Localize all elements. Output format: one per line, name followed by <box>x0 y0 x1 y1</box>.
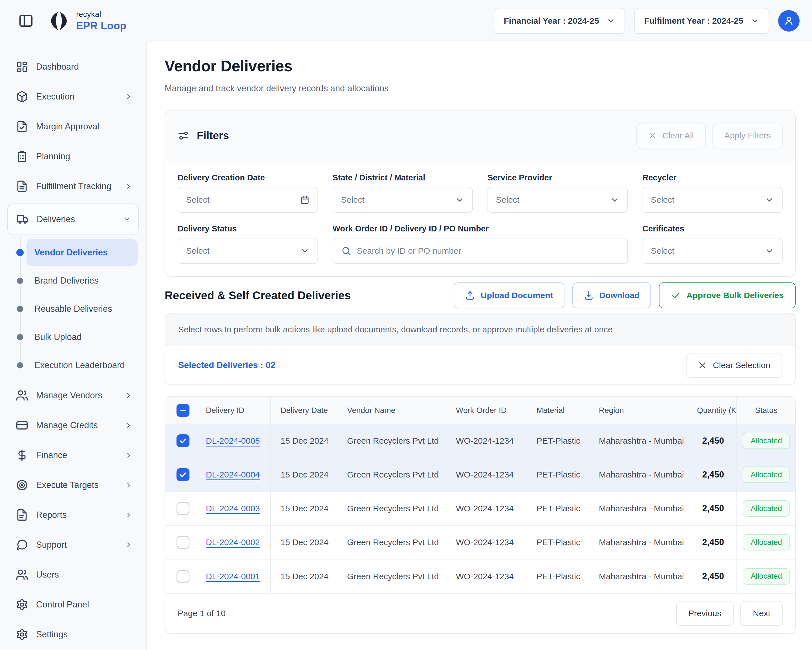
sidebar-item-label: Deliveries <box>37 214 75 224</box>
deliveries-table: Delivery ID Delivery Date Vendor Name Wo… <box>165 397 796 593</box>
message-icon <box>16 539 28 551</box>
sidebar-subitem-label: Reusable Deliveries <box>34 304 112 314</box>
previous-page-button[interactable]: Previous <box>676 601 734 626</box>
status-badge: Allocated <box>743 433 790 449</box>
table-row: DL-2024-0001 15 Dec 2024 Green Recyclers… <box>165 559 796 593</box>
sidebar-item-support[interactable]: Support <box>0 530 146 560</box>
page-indicator: Page 1 of 10 <box>178 609 226 618</box>
sidebar-item-planning[interactable]: Planning <box>0 142 146 171</box>
filter-delivery-status: Delivery Status Select <box>178 224 318 264</box>
delivery-id-link[interactable]: DL-2024-0002 <box>206 537 260 547</box>
sidebar-item-margin-approval[interactable]: Margin Approval <box>0 111 146 142</box>
sidebar-subitem-label: Execution Leaderboard <box>34 360 125 371</box>
sidebar-item-vendor-deliveries[interactable]: Vendor Deliveries <box>0 238 146 267</box>
apply-filters-button[interactable]: Apply Filters <box>713 123 783 148</box>
sidebar-item-deliveries[interactable]: Deliveries <box>8 204 138 235</box>
table-row: DL-2024-0005 15 Dec 2024 Green Recyclers… <box>165 424 796 458</box>
sidebar-toggle-icon[interactable] <box>18 13 34 29</box>
fulfilment-year-dropdown[interactable]: Fulfilment Year : 2024-25 <box>634 8 769 34</box>
sidebar-item-users[interactable]: Users <box>0 560 146 590</box>
next-page-button[interactable]: Next <box>740 601 783 626</box>
delivery-creation-date-select[interactable]: Select <box>178 187 318 213</box>
approve-bulk-deliveries-button[interactable]: Approve Bulk Deliveries <box>659 282 796 308</box>
search-icon <box>341 246 351 256</box>
work-order-id-cell: WO-2024-1234 <box>446 525 527 559</box>
brand-product: EPR Loop <box>76 20 126 32</box>
sidebar-item-dashboard[interactable]: Dashboard <box>0 52 146 82</box>
sidebar-item-fulfillment-tracking[interactable]: Fulfillment Tracking <box>0 171 146 201</box>
clear-all-button[interactable]: Clear All <box>636 123 706 148</box>
sidebar-item-reusable-deliveries[interactable]: Reusable Deliveries <box>0 295 146 323</box>
select-value: Select <box>186 195 209 204</box>
download-button[interactable]: Download <box>572 282 651 308</box>
clear-selection-button[interactable]: Clear Selection <box>686 353 782 378</box>
material-cell: PET-Plastic <box>527 458 589 491</box>
delivery-id-link[interactable]: DL-2024-0003 <box>206 504 260 513</box>
column-header-status: Status <box>737 397 796 424</box>
vendor-name-cell: Green Recyclers Pvt Ltd <box>337 458 446 491</box>
row-checkbox[interactable] <box>177 502 189 515</box>
sidebar-item-label: Dashboard <box>36 62 79 72</box>
certificates-select[interactable]: Select <box>643 238 783 264</box>
state-district-material-select[interactable]: Select <box>333 187 473 213</box>
apply-filters-label: Apply Filters <box>724 131 771 140</box>
sidebar-item-execute-targets[interactable]: Execute Targets <box>0 470 146 500</box>
sidebar-item-finance[interactable]: Finance <box>0 440 146 470</box>
sidebar-item-label: Users <box>36 570 59 580</box>
calendar-icon <box>300 195 310 204</box>
sidebar-item-manage-vendors[interactable]: Manage Vendors <box>0 380 146 410</box>
column-header-region: Region <box>589 397 690 424</box>
download-icon <box>584 290 594 301</box>
file-text-icon <box>16 180 28 192</box>
sidebar-item-bulk-upload[interactable]: Bulk Upload <box>0 323 146 351</box>
quantity-cell: 2,450 <box>690 491 737 525</box>
filter-state-district-material: State / District / Material Select <box>333 173 473 213</box>
chevron-down-icon <box>765 195 774 204</box>
check-icon <box>179 436 187 445</box>
upload-document-label: Upload Document <box>481 291 553 300</box>
status-badge: Allocated <box>743 534 790 551</box>
quantity-cell: 2,450 <box>690 559 737 593</box>
filter-id-search: Work Order ID / Delivery ID / PO Number <box>333 224 628 264</box>
delivery-id-link[interactable]: DL-2024-0005 <box>206 436 260 446</box>
select-all-checkbox[interactable] <box>177 404 189 417</box>
search-input[interactable] <box>357 246 620 256</box>
sidebar-item-execution[interactable]: Execution <box>0 82 146 111</box>
row-checkbox[interactable] <box>177 468 189 481</box>
row-checkbox[interactable] <box>177 536 189 549</box>
users-icon <box>16 389 28 402</box>
delivery-date-cell: 15 Dec 2024 <box>271 491 337 525</box>
brand: recykal EPR Loop <box>49 10 126 32</box>
row-checkbox[interactable] <box>177 570 189 583</box>
upload-document-button[interactable]: Upload Document <box>454 282 565 308</box>
top-bar: recykal EPR Loop Financial Year : 2024-2… <box>0 0 812 42</box>
delivery-id-link[interactable]: DL-2024-0001 <box>206 572 260 581</box>
financial-year-label: Financial Year : 2024-25 <box>504 16 599 26</box>
sidebar-group-deliveries: Deliveries <box>7 203 139 235</box>
status-badge: Allocated <box>743 568 790 584</box>
sidebar-item-control-panel[interactable]: Control Panel <box>0 590 146 619</box>
sidebar-item-settings[interactable]: Settings <box>0 619 146 650</box>
financial-year-dropdown[interactable]: Financial Year : 2024-25 <box>494 8 625 34</box>
sidebar-item-reports[interactable]: Reports <box>0 500 146 530</box>
row-checkbox[interactable] <box>177 434 189 447</box>
delivery-status-select[interactable]: Select <box>178 238 318 264</box>
active-dot-icon <box>16 249 24 256</box>
sidebar-item-brand-deliveries[interactable]: Brand Deliveries <box>0 267 146 295</box>
sidebar-item-label: Settings <box>36 629 68 639</box>
sidebar-item-execution-leaderboard[interactable]: Execution Leaderboard <box>0 351 146 379</box>
sidebar-item-manage-credits[interactable]: Manage Credits <box>0 410 146 440</box>
user-avatar[interactable] <box>778 10 800 32</box>
filter-label: Delivery Creation Date <box>178 173 318 182</box>
region-cell: Maharashtra - Mumbai <box>589 525 690 559</box>
chevron-right-icon <box>125 392 133 400</box>
chevron-down-icon <box>606 17 615 25</box>
recycler-select[interactable]: Select <box>643 187 783 213</box>
delivery-id-link[interactable]: DL-2024-0004 <box>206 470 260 479</box>
filters-icon <box>178 130 189 142</box>
filter-delivery-creation-date: Delivery Creation Date Select <box>178 173 318 213</box>
service-provider-select[interactable]: Select <box>487 187 628 213</box>
approve-bulk-deliveries-label: Approve Bulk Deliveries <box>687 291 784 300</box>
filters-title: Filters <box>197 130 229 142</box>
dashboard-icon <box>16 61 28 73</box>
